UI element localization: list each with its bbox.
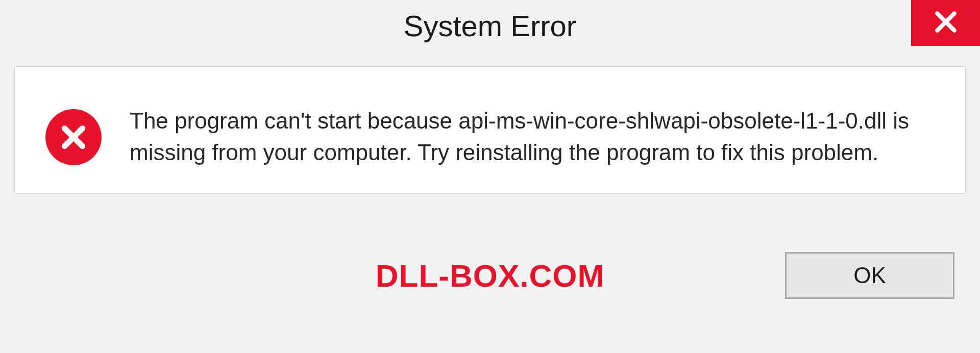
ok-button-label: OK	[853, 263, 886, 288]
error-message: The program can't start because api-ms-w…	[130, 105, 935, 168]
ok-button[interactable]: OK	[785, 252, 954, 299]
close-icon	[933, 9, 959, 37]
dialog-title: System Error	[404, 9, 576, 43]
watermark-text: DLL-BOX.COM	[376, 258, 604, 294]
dialog-footer: DLL-BOX.COM OK	[0, 203, 980, 353]
titlebar: System Error	[0, 0, 980, 51]
error-dialog-window: System Error The program can't start bec…	[0, 0, 980, 353]
message-panel: The program can't start because api-ms-w…	[14, 66, 966, 194]
close-button[interactable]	[911, 0, 980, 46]
error-icon	[45, 109, 102, 165]
